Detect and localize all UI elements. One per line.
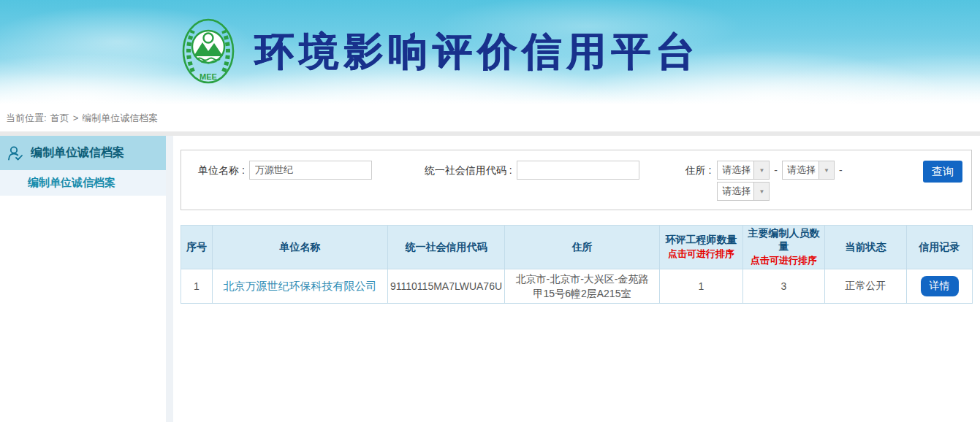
address-selects: 请选择 ▼ - 请选择 ▼ - 请选择 ▼: [717, 161, 846, 201]
mee-logo: MEE: [181, 18, 235, 88]
col-unit-name: 单位名称: [213, 226, 388, 269]
site-header: MEE 环境影响评价信用平台: [0, 0, 980, 104]
address-label: 住所 :: [685, 161, 712, 180]
staff-count-link[interactable]: 3: [743, 269, 825, 304]
sidebar: 编制单位诚信档案 编制单位诚信档案: [0, 136, 166, 422]
col-index: 序号: [181, 226, 213, 269]
unit-name-label: 单位名称 :: [198, 161, 245, 180]
col-address: 住所: [505, 226, 660, 269]
col-credit-record: 信用记录: [907, 226, 973, 269]
chevron-down-icon: ▼: [753, 183, 769, 200]
page-title: 环境影响评价信用平台: [254, 26, 700, 79]
breadcrumb-home-link[interactable]: 首页: [50, 112, 69, 125]
sort-hint[interactable]: 点击可进行排序: [744, 254, 824, 267]
detail-button[interactable]: 详情: [921, 276, 959, 296]
query-button[interactable]: 查询: [923, 161, 962, 183]
search-panel: 单位名称 : 统一社会信用代码 : 住所 : 请选择 ▼ - 请选择 ▼ -: [181, 150, 972, 210]
col-engineer-count-sortable[interactable]: 环评工程师数量 点击可进行排序: [660, 226, 743, 269]
unit-name-input[interactable]: [249, 161, 372, 180]
sidebar-item-unit-credit-archive[interactable]: 编制单位诚信档案: [0, 136, 166, 170]
mee-logo-icon: MEE: [181, 18, 235, 85]
result-table: 序号 单位名称 统一社会信用代码 住所 环评工程师数量 点击可进行排序 主要编制…: [181, 225, 973, 304]
city-select[interactable]: 请选择 ▼: [782, 161, 835, 180]
status-cell: 正常公开: [825, 269, 907, 304]
row-index: 1: [181, 269, 213, 304]
table-row: 1 北京万源世纪环保科技有限公司 91110115MA7LWUA76U 北京市-…: [181, 269, 973, 304]
sidebar-main-divider: [166, 136, 173, 422]
col-status: 当前状态: [825, 226, 907, 269]
chevron-down-icon: ▼: [753, 161, 769, 179]
col-staff-count-sortable[interactable]: 主要编制人员数量 点击可进行排序: [743, 226, 825, 269]
breadcrumb-prefix: 当前位置:: [6, 112, 47, 125]
breadcrumb-current: 编制单位诚信档案: [82, 112, 158, 125]
district-select[interactable]: 请选择 ▼: [717, 182, 770, 201]
table-header-row: 序号 单位名称 统一社会信用代码 住所 环评工程师数量 点击可进行排序 主要编制…: [181, 226, 973, 269]
credit-code-input[interactable]: [517, 161, 639, 180]
sidebar-item-label: 编制单位诚信档案: [31, 145, 124, 161]
svg-text:MEE: MEE: [200, 72, 217, 81]
sidebar-subitem-label: 编制单位诚信档案: [28, 176, 115, 190]
engineer-count-link[interactable]: 1: [660, 269, 743, 304]
unit-name-link[interactable]: 北京万源世纪环保科技有限公司: [224, 280, 377, 292]
province-select[interactable]: 请选择 ▼: [717, 161, 770, 180]
user-check-icon: [7, 145, 24, 162]
chevron-down-icon: ▼: [818, 161, 834, 179]
sidebar-subitem-unit-credit-archive[interactable]: 编制单位诚信档案: [0, 170, 166, 196]
main-content: 单位名称 : 统一社会信用代码 : 住所 : 请选择 ▼ - 请选择 ▼ -: [173, 136, 980, 422]
col-credit-code: 统一社会信用代码: [388, 226, 505, 269]
credit-code-cell: 91110115MA7LWUA76U: [388, 269, 505, 304]
address-cell: 北京市-北京市-大兴区-金苑路 甲15号6幢2层A215室: [505, 269, 660, 304]
breadcrumb-separator: >: [73, 112, 79, 123]
breadcrumb: 当前位置: 首页 > 编制单位诚信档案: [0, 104, 980, 131]
sort-hint[interactable]: 点击可进行排序: [661, 248, 742, 261]
credit-code-label: 统一社会信用代码 :: [425, 161, 512, 180]
